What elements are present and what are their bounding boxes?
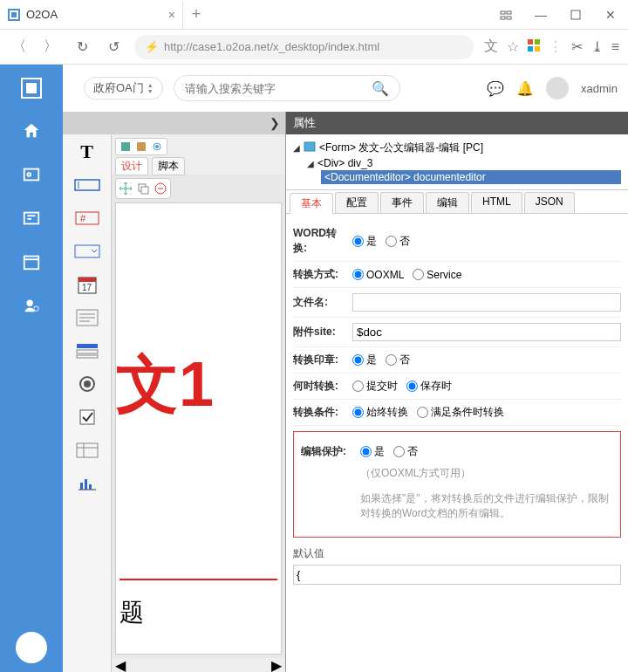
field-attach-site: 附件site: — [293, 318, 621, 347]
tab-script[interactable]: 脚本 — [152, 157, 185, 175]
canvas-main-text: 文1 — [116, 343, 214, 427]
username: xadmin — [581, 82, 618, 95]
svg-rect-44 — [80, 483, 83, 490]
svg-rect-2 — [501, 11, 505, 14]
tab-design[interactable]: 设计 — [115, 157, 148, 175]
mode-service[interactable]: Service — [413, 269, 461, 281]
portal-selector[interactable]: 政府OA门 ▲▼ — [84, 77, 163, 99]
tab-config[interactable]: 配置 — [335, 192, 379, 213]
scroll-right-icon[interactable]: ▶ — [271, 657, 282, 673]
favorite-icon[interactable]: ☆ — [507, 38, 519, 55]
back-button[interactable]: 〈 — [9, 37, 30, 58]
scissors-icon[interactable]: ✂ — [571, 38, 583, 55]
when-save[interactable]: 保存时 — [406, 379, 452, 394]
stamp-yes[interactable]: 是 — [352, 353, 377, 367]
tool-date[interactable]: 17 — [72, 272, 103, 297]
avatar[interactable] — [546, 77, 569, 99]
search-icon[interactable]: 🔍 — [372, 80, 389, 97]
tool-input[interactable] — [72, 173, 103, 197]
protect-yes[interactable]: 是 — [360, 444, 385, 459]
svg-rect-46 — [89, 484, 92, 490]
move-icon[interactable] — [119, 182, 133, 195]
when-submit[interactable]: 提交时 — [352, 379, 398, 394]
close-button[interactable]: ✕ — [593, 0, 628, 30]
svg-point-50 — [155, 145, 159, 148]
microsoft-icon[interactable] — [528, 39, 540, 55]
tool-table[interactable] — [72, 438, 103, 463]
element-tree: ◢ <Form> 发文-公文编辑器-编辑 [PC] ◢ <Div> div_3 … — [286, 134, 628, 190]
reload-button[interactable]: ↻ — [72, 37, 92, 58]
url-text: http://case1.o2oa.net/x_desktop/index.ht… — [164, 40, 379, 53]
search-input[interactable] — [185, 82, 372, 95]
tab-edit[interactable]: 编辑 — [426, 192, 469, 213]
svg-rect-5 — [507, 17, 511, 19]
tab-json[interactable]: JSON — [524, 192, 575, 213]
nav-news[interactable] — [19, 206, 44, 230]
nav-home[interactable] — [19, 119, 44, 143]
protect-no[interactable]: 否 — [393, 444, 418, 459]
tool-number[interactable]: # — [72, 206, 103, 230]
undo-button[interactable]: ↺ — [103, 37, 124, 58]
form-canvas[interactable]: 文1 题 — [115, 202, 282, 655]
nav-avatar[interactable] — [16, 632, 47, 663]
tree-documenteditor[interactable]: <Documenteditor> documenteditor — [321, 170, 621, 184]
tool-textarea[interactable] — [72, 305, 103, 330]
url-input[interactable]: ⚡ http://case1.o2oa.net/x_desktop/index.… — [134, 35, 474, 59]
tool-select[interactable] — [72, 239, 103, 264]
o2oa-tab-icon — [7, 8, 21, 22]
svg-rect-45 — [85, 479, 87, 490]
view-icon-2[interactable] — [135, 141, 147, 153]
tool-checkbox[interactable] — [72, 405, 103, 429]
maximize-button[interactable] — [558, 0, 593, 30]
cond-always[interactable]: 始终转换 — [352, 405, 408, 420]
browser-tab[interactable]: O2OA × — [0, 1, 183, 29]
default-value-input[interactable] — [293, 565, 621, 585]
mode-ooxml[interactable]: OOXML — [352, 269, 404, 281]
svg-rect-12 — [26, 83, 37, 93]
tool-radio[interactable] — [72, 372, 103, 396]
nav-calendar[interactable] — [19, 250, 44, 274]
close-icon[interactable]: × — [168, 8, 175, 22]
word-convert-no[interactable]: 否 — [386, 234, 410, 249]
tool-chart[interactable] — [72, 471, 103, 496]
minimize-button[interactable]: — — [523, 0, 558, 30]
left-nav — [0, 112, 63, 672]
svg-rect-7 — [528, 39, 533, 45]
center-collapse-bar[interactable]: ❯ — [63, 112, 285, 134]
attach-site-input[interactable] — [352, 323, 621, 341]
scroll-left-icon[interactable]: ◀ — [115, 657, 126, 673]
download-icon[interactable]: ⤓ — [591, 38, 603, 55]
tool-text[interactable]: T — [72, 140, 103, 164]
copy-icon[interactable] — [136, 182, 150, 195]
protect-section: 编辑保护: 是 否 （仅OOXML方式可用） 如果选择"是"，将对转换后的文件进… — [293, 431, 621, 538]
tool-list[interactable] — [72, 339, 103, 363]
canvas-scrollbar[interactable]: ◀ ▶ — [112, 658, 285, 672]
chat-icon[interactable]: 💬 — [487, 80, 504, 97]
filename-input[interactable] — [352, 293, 621, 312]
tab-basic[interactable]: 基本 — [290, 193, 333, 214]
delete-icon[interactable] — [154, 182, 167, 195]
tree-div[interactable]: ◢ <Div> div_3 — [307, 156, 621, 170]
menu-icon[interactable]: ≡ — [611, 39, 619, 55]
canvas-area: 设计 脚本 文1 题 ◀ ▶ — [112, 134, 285, 672]
tree-root[interactable]: ◢ <Form> 发文-公文编辑器-编辑 [PC] — [293, 140, 621, 156]
new-tab-button[interactable]: + — [183, 5, 209, 24]
app-logo[interactable] — [0, 65, 63, 112]
view-icon-1[interactable] — [119, 141, 132, 153]
word-convert-yes[interactable]: 是 — [352, 234, 377, 249]
nav-settings[interactable] — [19, 293, 44, 318]
bell-icon[interactable]: 🔔 — [516, 80, 534, 97]
translate-icon[interactable]: 文 — [484, 38, 498, 56]
window-drag-icon[interactable] — [488, 0, 523, 30]
view-icon-3[interactable] — [151, 141, 163, 153]
search-box[interactable]: 🔍 — [174, 75, 400, 101]
svg-point-20 — [27, 300, 33, 306]
nav-contacts[interactable] — [19, 162, 44, 187]
tab-event[interactable]: 事件 — [380, 192, 424, 213]
tab-html[interactable]: HTML — [471, 192, 522, 213]
properties-panel: 属性 ◢ <Form> 发文-公文编辑器-编辑 [PC] ◢ <Div> div… — [285, 112, 628, 672]
forward-button[interactable]: 〉 — [40, 37, 61, 58]
stamp-no[interactable]: 否 — [386, 353, 410, 367]
canvas-action-bar — [115, 178, 171, 199]
cond-when[interactable]: 满足条件时转换 — [417, 405, 504, 420]
